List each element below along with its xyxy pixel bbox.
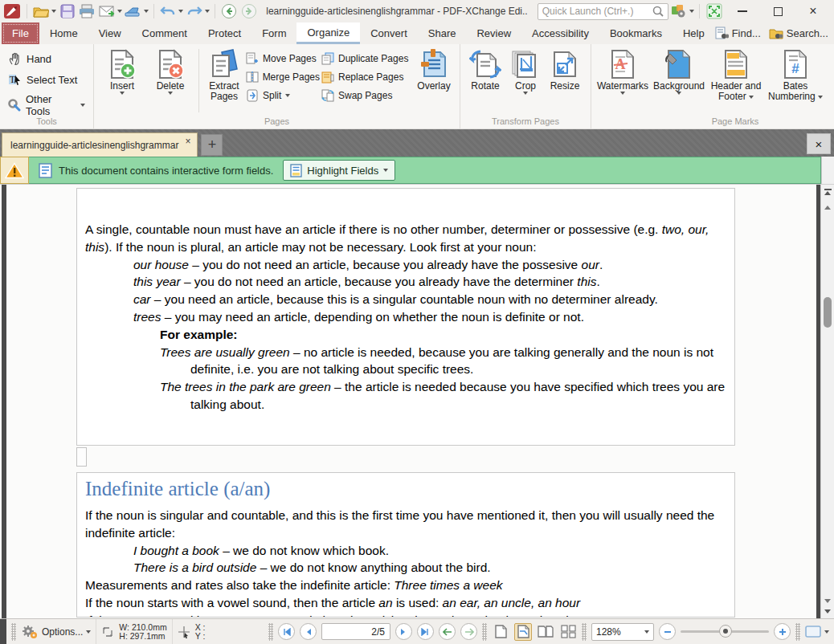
split-button[interactable]: Split bbox=[246, 89, 320, 102]
tab-convert[interactable]: Convert bbox=[360, 22, 418, 44]
close-button[interactable]: × bbox=[795, 1, 831, 22]
toolbar-grip[interactable] bbox=[795, 623, 800, 641]
next-page-button[interactable] bbox=[395, 623, 412, 640]
move-pages-button[interactable]: Move Pages bbox=[246, 52, 320, 65]
undo-button[interactable] bbox=[159, 2, 178, 20]
tab-bookmarks[interactable]: Bookmarks bbox=[599, 22, 673, 44]
redo-button[interactable] bbox=[185, 2, 203, 20]
tab-home[interactable]: Home bbox=[39, 22, 88, 44]
insert-pages-button[interactable]: Insert bbox=[99, 47, 145, 114]
tab-accessibility[interactable]: Accessibility bbox=[521, 22, 599, 44]
select-text-button[interactable]: T Select Text bbox=[5, 71, 88, 88]
warning-box[interactable] bbox=[0, 157, 29, 184]
zoom-slider[interactable] bbox=[681, 630, 769, 633]
bates-numbering-button[interactable]: # BatesNumbering bbox=[767, 47, 824, 114]
scan-menu-chevron-icon[interactable] bbox=[144, 10, 149, 13]
minimize-button[interactable] bbox=[725, 1, 760, 22]
forward-button[interactable] bbox=[240, 2, 259, 20]
first-page-button[interactable] bbox=[278, 623, 295, 640]
toolbar-grip[interactable] bbox=[582, 623, 587, 641]
find-button[interactable]: Find... bbox=[715, 26, 761, 40]
toolbar-grip[interactable] bbox=[482, 623, 487, 641]
document-line: If the noun is singular and countable, a… bbox=[82, 507, 730, 542]
previous-page-button[interactable] bbox=[300, 623, 317, 640]
save-button[interactable] bbox=[58, 2, 76, 20]
tab-view[interactable]: View bbox=[88, 22, 132, 44]
tab-share[interactable]: Share bbox=[418, 22, 467, 44]
tab-close-icon[interactable]: × bbox=[185, 136, 190, 147]
scroll-up-button[interactable] bbox=[821, 202, 834, 214]
ui-options-button[interactable] bbox=[670, 2, 689, 20]
open-menu-chevron-icon[interactable] bbox=[51, 10, 56, 13]
highlight-fields-icon bbox=[290, 164, 302, 177]
tab-review[interactable]: Review bbox=[466, 22, 521, 44]
vertical-scrollbar[interactable] bbox=[820, 185, 834, 618]
zoom-level-select[interactable]: 128% bbox=[591, 623, 654, 641]
undo-menu-chevron-icon[interactable] bbox=[178, 10, 183, 13]
zoom-out-button[interactable] bbox=[659, 623, 676, 640]
new-tab-button[interactable]: + bbox=[201, 134, 223, 156]
next-view-button[interactable] bbox=[460, 623, 477, 640]
view-mode-button[interactable] bbox=[805, 626, 829, 638]
open-folder-button[interactable] bbox=[32, 2, 51, 20]
tab-comment[interactable]: Comment bbox=[132, 22, 198, 44]
single-page-view-button[interactable] bbox=[492, 623, 509, 641]
zoom-slider-knob[interactable] bbox=[719, 625, 732, 638]
two-page-view-button[interactable] bbox=[537, 623, 554, 641]
scroll-collapse-button[interactable] bbox=[821, 185, 834, 197]
highlight-fields-button[interactable]: Highlight Fields bbox=[283, 160, 395, 181]
print-button[interactable] bbox=[78, 2, 96, 20]
back-button[interactable] bbox=[220, 2, 239, 20]
background-button[interactable]: Background bbox=[652, 47, 705, 114]
fit-width-view-button[interactable] bbox=[514, 623, 532, 641]
delete-pages-button[interactable]: Delete bbox=[147, 47, 194, 114]
crop-button[interactable]: Crop bbox=[507, 47, 544, 114]
tab-form[interactable]: Form bbox=[251, 22, 296, 44]
document-viewport[interactable]: A single, countable noun must have an ar… bbox=[0, 184, 834, 618]
ribbon-group-pages: Insert Delete Extract Pages Move Pages bbox=[94, 44, 460, 128]
search-button[interactable]: Search... bbox=[769, 27, 828, 40]
replace-pages-button[interactable]: Replace Pages bbox=[321, 71, 411, 84]
quick-launch-input[interactable]: Quick Launch (Ctrl+.) bbox=[538, 3, 668, 20]
resize-button[interactable]: Resize bbox=[546, 47, 584, 114]
watermarks-button[interactable]: A Watermarks bbox=[596, 47, 649, 114]
other-tools-button[interactable]: Other Tools bbox=[5, 92, 88, 119]
number-pages-button[interactable]: 1..N NumberPages bbox=[828, 47, 834, 114]
toolbar-grip[interactable] bbox=[268, 623, 273, 641]
duplicate-pages-button[interactable]: Duplicate Pages bbox=[321, 52, 411, 65]
last-page-button[interactable] bbox=[417, 623, 434, 640]
email-button[interactable] bbox=[98, 2, 117, 20]
scrollbar-thumb[interactable] bbox=[824, 297, 832, 328]
multi-page-view-button[interactable] bbox=[559, 623, 577, 641]
email-menu-chevron-icon[interactable] bbox=[117, 10, 122, 13]
close-document-button[interactable]: × bbox=[807, 133, 831, 154]
scan-button[interactable] bbox=[124, 2, 142, 20]
options-button[interactable]: Options... bbox=[21, 625, 91, 639]
tab-help[interactable]: Help bbox=[673, 22, 715, 44]
tab-protect[interactable]: Protect bbox=[198, 22, 251, 44]
ui-options-chevron-icon[interactable] bbox=[689, 10, 694, 13]
merge-pages-button[interactable]: Merge Pages bbox=[246, 71, 320, 84]
extract-pages-button[interactable]: Extract Pages bbox=[204, 47, 244, 114]
rotate-button[interactable]: Rotate bbox=[465, 47, 505, 114]
tab-organize[interactable]: Organize bbox=[296, 22, 360, 44]
hand-tool-button[interactable]: Hand bbox=[5, 51, 88, 67]
scroll-expand-button[interactable] bbox=[821, 605, 834, 618]
previous-view-button[interactable] bbox=[439, 623, 456, 640]
header-footer-button[interactable]: Header andFooter bbox=[709, 47, 763, 114]
quick-launch-placeholder: Quick Launch (Ctrl+.) bbox=[542, 6, 649, 17]
fullscreen-button[interactable] bbox=[705, 2, 723, 20]
maximize-button[interactable] bbox=[760, 1, 795, 22]
pdf-page-2[interactable]: Indefinite article (a/an) If the noun is… bbox=[76, 472, 735, 618]
toolbar-grip[interactable] bbox=[11, 623, 16, 641]
overlay-button[interactable]: Overlay bbox=[413, 47, 455, 114]
redo-menu-chevron-icon[interactable] bbox=[205, 10, 210, 13]
pdf-page-1[interactable]: A single, countable noun must have an ar… bbox=[76, 188, 735, 446]
page-number-input[interactable]: 2/5 bbox=[321, 623, 390, 640]
zoom-in-button[interactable] bbox=[774, 623, 791, 640]
document-tab[interactable]: learningguide-articlesinenglishgrammar × bbox=[2, 132, 198, 157]
background-icon bbox=[664, 49, 694, 79]
tab-file[interactable]: File bbox=[2, 22, 39, 44]
document-line: There is a bird outside – we do not know… bbox=[82, 559, 730, 577]
swap-pages-button[interactable]: Swap Pages bbox=[321, 89, 411, 102]
